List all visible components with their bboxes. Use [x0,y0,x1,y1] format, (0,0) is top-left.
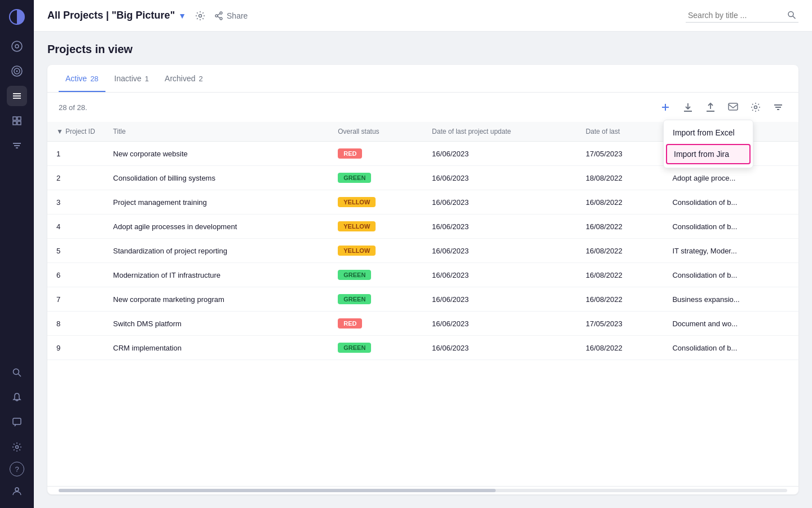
import-jira-item[interactable]: Import from Jira [666,144,751,164]
record-count: 28 of 28. [59,103,87,112]
toolbar-right: Import from Excel Import from Jira [656,99,787,115]
svg-point-24 [215,15,218,17]
cell-title: CRM implementation [104,336,329,360]
dropdown-menu: Import from Excel Import from Jira [663,120,753,168]
cell-status: GREEN [329,287,423,312]
upload-button[interactable] [701,99,720,115]
cell-status: GREEN [329,336,423,360]
cell-title: Adopt agile processes in development [104,214,329,239]
table-row: 5 Standardization of project reporting Y… [47,239,798,263]
cell-date-last: 16/08/2022 [577,214,664,239]
svg-rect-35 [729,103,738,110]
cell-id: 4 [47,214,104,239]
table-row: 7 New corporate marketing program GREEN … [47,287,798,312]
tabs: Active 28 Inactive 1 Archived 2 [47,65,798,93]
settings-button[interactable] [193,8,208,23]
svg-point-22 [220,12,222,14]
svg-rect-9 [13,117,16,120]
sidebar-item-filter[interactable] [7,135,27,156]
horizontal-scrollbar[interactable] [47,486,798,494]
cell-connected: Adopt agile proce... [663,166,798,190]
sub-header: Projects in view [34,32,812,65]
column-settings-button[interactable] [747,99,765,115]
tab-active[interactable]: Active 28 [59,65,105,92]
search-input[interactable] [686,8,798,23]
cell-id: 7 [47,287,104,312]
svg-point-20 [15,488,19,491]
svg-point-27 [788,11,793,16]
header-left: All Projects | "Big Picture" ▼ Share [47,8,248,23]
cell-status: YELLOW [329,239,423,263]
cell-connected: IT strategy, Moder... [663,239,798,263]
chat-icon[interactable] [7,412,27,432]
col-header-date-last[interactable]: Date of last [577,122,664,142]
help-icon[interactable]: ? [10,462,24,476]
cell-title: Standardization of project reporting [104,239,329,263]
cell-id: 6 [47,263,104,287]
status-badge: YELLOW [338,197,376,207]
sidebar-item-grid[interactable] [7,111,27,131]
cell-date-last: 16/08/2022 [577,287,664,312]
col-header-title[interactable]: Title [104,122,329,142]
import-excel-item[interactable]: Import from Excel [664,122,753,143]
status-badge: GREEN [338,294,371,304]
sidebar-item-list[interactable] [7,86,27,106]
tab-inactive-count: 1 [145,75,149,83]
tab-archived[interactable]: Archived 2 [158,65,210,92]
status-badge: GREEN [338,270,371,280]
message-button[interactable] [724,99,742,115]
cell-status: YELLOW [329,214,423,239]
search-area [686,8,798,23]
svg-point-19 [16,446,19,449]
sidebar-item-radar[interactable] [7,61,27,81]
table-row: 4 Adopt agile processes in development Y… [47,214,798,239]
col-header-id[interactable]: ▼Project ID [47,122,104,142]
table-row: 3 Project management training YELLOW 16/… [47,190,798,214]
svg-point-21 [199,14,202,17]
cell-title: Modernization of IT infrastructure [104,263,329,287]
cell-status: RED [329,142,423,166]
cell-id: 1 [47,142,104,166]
tab-active-count: 28 [90,75,98,83]
svg-line-25 [218,14,220,15]
user-icon[interactable] [7,481,27,501]
cell-date-last: 16/08/2022 [577,190,664,214]
svg-rect-10 [17,117,21,120]
filter-button[interactable] [769,99,787,115]
settings-icon[interactable] [7,437,27,457]
add-button[interactable] [656,99,674,115]
search-icon[interactable] [7,362,27,383]
sidebar: ? [0,0,34,508]
download-button[interactable] [679,99,697,115]
svg-point-1 [12,41,22,51]
svg-rect-11 [13,121,16,125]
status-badge: RED [338,148,362,159]
main-content: All Projects | "Big Picture" ▼ Share [34,0,812,508]
tab-inactive[interactable]: Inactive 1 [108,65,156,92]
col-header-last-update[interactable]: Date of last project update [423,122,577,142]
cell-id: 9 [47,336,104,360]
cell-date-last: 17/05/2023 [577,312,664,336]
cell-status: YELLOW [329,190,423,214]
status-badge: GREEN [338,173,371,183]
cell-status: GREEN [329,263,423,287]
share-button[interactable]: Share [214,11,248,20]
search-button[interactable] [787,10,796,21]
cell-title: Consolidation of billing systems [104,166,329,190]
chevron-down-icon[interactable]: ▼ [178,11,186,20]
page-title-text: All Projects | "Big Picture" [47,10,175,21]
page-title: Projects in view [47,43,798,56]
svg-point-36 [754,106,757,109]
sidebar-item-analytics[interactable] [7,36,27,56]
cell-last-update: 16/06/2023 [423,142,577,166]
bell-icon[interactable] [7,387,27,408]
cell-title: New corporate marketing program [104,287,329,312]
header-title: All Projects | "Big Picture" ▼ [47,10,186,21]
status-badge: RED [338,318,362,329]
cell-last-update: 16/06/2023 [423,287,577,312]
sidebar-logo[interactable] [7,7,27,27]
col-header-status[interactable]: Overall status [329,122,423,142]
cell-id: 3 [47,190,104,214]
cell-last-update: 16/06/2023 [423,214,577,239]
svg-line-17 [19,374,21,377]
